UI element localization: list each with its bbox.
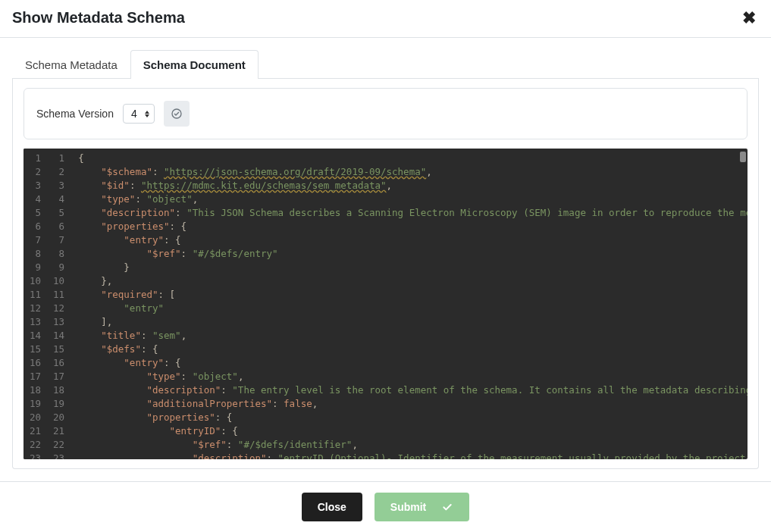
check-icon <box>441 501 453 513</box>
code-line: "entry" <box>78 302 747 315</box>
code-line: "$ref": "#/$defs/identifier", <box>78 438 747 452</box>
scrollbar-thumb[interactable] <box>740 152 746 162</box>
code-line: "description": "This JSON Schema describ… <box>78 206 747 220</box>
code-line: "description": "The entry level is the r… <box>78 383 747 397</box>
code-line: ], <box>78 315 747 329</box>
code-line: "type": "object", <box>78 192 747 206</box>
submit-button[interactable]: Submit <box>375 493 469 521</box>
modal-footer: Close Submit <box>0 481 771 532</box>
code-line: } <box>78 261 747 274</box>
code-line: "required": [ <box>78 288 747 302</box>
code-line: "entryID": { <box>78 424 747 438</box>
tab-schema-document[interactable]: Schema Document <box>130 50 259 79</box>
close-icon[interactable]: ✖ <box>739 10 759 27</box>
code-line: "properties": { <box>78 220 747 233</box>
version-control-panel: Schema Version 4 <box>24 88 747 139</box>
code-editor[interactable]: 1234567891011121314151617181920212223242… <box>24 149 747 459</box>
code-line: "entry": { <box>78 233 747 247</box>
apply-version-button[interactable] <box>164 101 190 127</box>
tab-bar: Schema Metadata Schema Document <box>12 50 759 79</box>
code-line: "title": "sem", <box>78 329 747 343</box>
select-stepper-icon <box>145 111 149 117</box>
code-line: "type": "object", <box>78 370 747 383</box>
code-line: "$ref": "#/$defs/entry" <box>78 247 747 261</box>
code-line: "properties": { <box>78 411 747 424</box>
version-selected-value: 4 <box>131 108 137 120</box>
version-select[interactable]: 4 <box>123 104 155 124</box>
tab-schema-metadata[interactable]: Schema Metadata <box>12 50 130 79</box>
modal-title: Show Metadata Schema <box>12 9 185 27</box>
code-line: "description": "entryID (Optional)- Iden… <box>78 452 747 459</box>
code-line: { <box>78 152 747 165</box>
svg-point-0 <box>172 109 181 118</box>
code-line: "$id": "https://mdmc.kit.edu/schemas/sem… <box>78 179 747 192</box>
close-button[interactable]: Close <box>302 493 362 521</box>
code-line: "$defs": { <box>78 343 747 356</box>
code-line: "additionalProperties": false, <box>78 397 747 411</box>
code-line: }, <box>78 274 747 288</box>
check-circle-icon <box>171 108 183 120</box>
code-line: "entry": { <box>78 356 747 370</box>
modal-header: Show Metadata Schema ✖ <box>0 0 771 38</box>
version-label: Schema Version <box>36 108 114 120</box>
code-line: "$schema": "https://json-schema.org/draf… <box>78 165 747 179</box>
